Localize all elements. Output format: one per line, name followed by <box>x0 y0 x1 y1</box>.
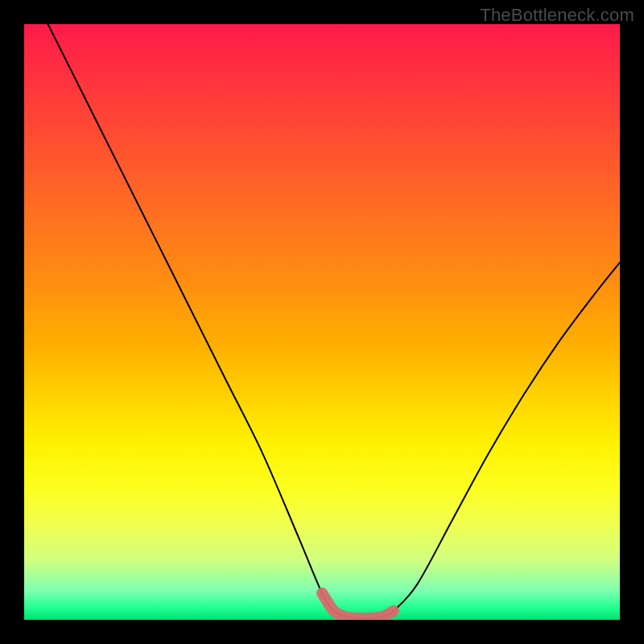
watermark-text: TheBottleneck.com <box>480 5 634 26</box>
highlight-band <box>322 593 394 618</box>
plot-area <box>24 24 620 620</box>
bottleneck-curve <box>48 24 620 618</box>
chart-svg <box>24 24 620 620</box>
